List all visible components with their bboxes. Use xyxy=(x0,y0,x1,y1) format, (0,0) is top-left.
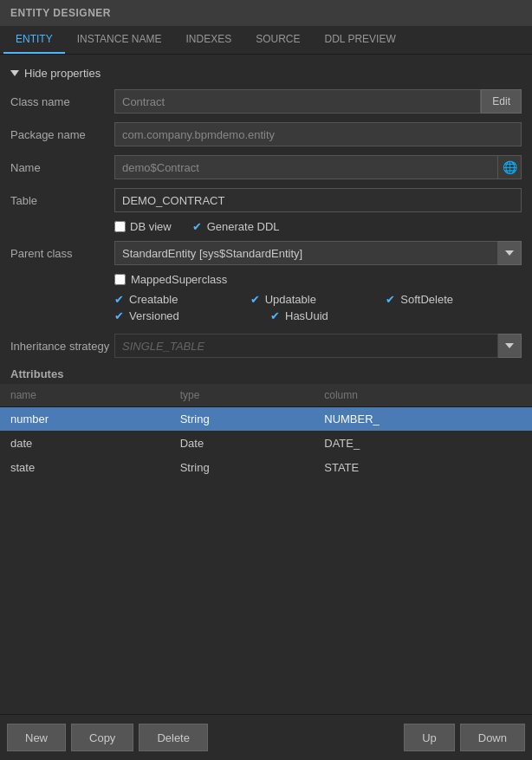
db-view-checkbox-item: DB view xyxy=(114,220,172,233)
updatable-item: ✔ Updatable xyxy=(250,293,386,306)
updatable-check-icon: ✔ xyxy=(250,293,260,306)
mapped-superclass-checkbox-item: MappedSuperclass xyxy=(114,273,227,286)
dropdown-arrow-icon xyxy=(505,250,514,256)
creatable-item: ✔ Creatable xyxy=(114,293,250,306)
attr-column-2: STATE xyxy=(314,456,532,480)
db-view-checkbox[interactable] xyxy=(114,221,126,232)
has-uuid-check-icon: ✔ xyxy=(270,309,280,322)
mapped-superclass-label: MappedSuperclass xyxy=(131,273,227,286)
class-name-input-group: Edit xyxy=(114,89,522,114)
inheritance-strategy-label: Inheritance strategy xyxy=(10,340,114,353)
title-bar: ENTITY DESIGNER xyxy=(0,0,532,26)
tab-bar: ENTITY INSTANCE NAME INDEXES SOURCE DDL … xyxy=(0,26,532,55)
table-label: Table xyxy=(10,194,114,207)
creatable-label: Creatable xyxy=(129,293,178,306)
new-button[interactable]: New xyxy=(7,724,66,751)
creatable-check-icon: ✔ xyxy=(114,293,124,306)
checkboxes-row-1: ✔ Creatable ✔ Updatable ✔ SoftDelete xyxy=(114,293,522,306)
inheritance-strategy-row: Inheritance strategy xyxy=(0,329,532,362)
class-name-label: Class name xyxy=(10,95,114,108)
tab-indexes[interactable]: INDEXES xyxy=(173,26,243,54)
table-row[interactable]: state String STATE xyxy=(0,456,532,480)
table-input[interactable] xyxy=(114,188,522,212)
tab-instance-name[interactable]: INSTANCE NAME xyxy=(65,26,174,54)
tab-source[interactable]: SOURCE xyxy=(243,26,312,54)
attributes-table: name type column number String NUMBER_ d… xyxy=(0,384,532,480)
globe-icon[interactable]: 🌐 xyxy=(497,155,522,179)
generate-ddl-check-icon: ✔ xyxy=(192,220,202,233)
generate-ddl-checkbox-item: ✔ Generate DDL xyxy=(192,220,280,233)
inheritance-strategy-input xyxy=(114,334,498,358)
attr-column-1: DATE_ xyxy=(314,432,532,456)
name-label: Name xyxy=(10,161,114,174)
package-name-label: Package name xyxy=(10,128,114,141)
attributes-section-label: Attributes xyxy=(0,362,532,384)
col-header-name: name xyxy=(0,384,170,407)
bottom-bar: New Copy Delete Up Down xyxy=(0,714,532,760)
hide-properties-toggle[interactable]: Hide properties xyxy=(0,62,532,85)
up-button[interactable]: Up xyxy=(404,724,455,751)
table-row[interactable]: date Date DATE_ xyxy=(0,432,532,456)
versioned-item: ✔ Versioned xyxy=(114,309,270,322)
soft-delete-label: SoftDelete xyxy=(400,293,453,306)
col-header-type: type xyxy=(170,384,315,407)
triangle-icon xyxy=(10,70,19,76)
inheritance-strategy-dropdown-btn[interactable] xyxy=(498,334,522,358)
soft-delete-check-icon: ✔ xyxy=(386,293,395,306)
attr-name-1: date xyxy=(0,432,170,456)
has-uuid-item: ✔ HasUuid xyxy=(270,309,426,322)
checkboxes-row-2: ✔ Versioned ✔ HasUuid xyxy=(114,309,522,322)
has-uuid-label: HasUuid xyxy=(285,309,328,322)
name-row: Name 🌐 xyxy=(0,151,532,184)
class-name-input[interactable] xyxy=(114,89,481,114)
parent-class-select-container xyxy=(114,241,522,265)
attr-name-0: number xyxy=(0,407,170,432)
package-name-input[interactable] xyxy=(114,122,522,146)
attr-type-2: String xyxy=(170,456,315,480)
attributes-table-header: name type column xyxy=(0,384,532,407)
mapped-superclass-checkbox[interactable] xyxy=(114,274,126,285)
attr-name-2: state xyxy=(0,456,170,480)
main-content: Hide properties Class name Edit Package … xyxy=(0,55,532,487)
parent-class-input[interactable] xyxy=(114,241,498,265)
checkboxes-grid: ✔ Creatable ✔ Updatable ✔ SoftDelete ✔ V… xyxy=(0,289,532,329)
parent-class-label: Parent class xyxy=(10,247,114,260)
soft-delete-item: ✔ SoftDelete xyxy=(386,293,522,306)
inheritance-strategy-container xyxy=(114,334,522,358)
parent-class-row: Parent class xyxy=(0,237,532,270)
attr-type-1: Date xyxy=(170,432,315,456)
attr-type-0: String xyxy=(170,407,315,432)
tab-entity[interactable]: ENTITY xyxy=(3,26,65,54)
generate-ddl-label: Generate DDL xyxy=(207,220,280,233)
name-input[interactable] xyxy=(114,155,522,179)
attr-column-0: NUMBER_ xyxy=(314,407,532,432)
db-view-generate-ddl-row: DB view ✔ Generate DDL xyxy=(0,217,532,237)
hide-properties-label: Hide properties xyxy=(24,67,101,80)
name-input-group: 🌐 xyxy=(114,155,522,179)
col-header-column: column xyxy=(314,384,532,407)
versioned-label: Versioned xyxy=(129,309,179,322)
delete-button[interactable]: Delete xyxy=(139,724,208,751)
inheritance-dropdown-arrow-icon xyxy=(505,343,514,348)
updatable-label: Updatable xyxy=(265,293,316,306)
copy-button[interactable]: Copy xyxy=(71,724,133,751)
right-buttons-group: Up Down xyxy=(399,724,525,751)
versioned-check-icon: ✔ xyxy=(114,309,124,322)
mapped-superclass-row: MappedSuperclass xyxy=(0,270,532,289)
class-name-row: Class name Edit xyxy=(0,85,532,118)
title-label: ENTITY DESIGNER xyxy=(10,7,111,19)
package-name-row: Package name xyxy=(0,118,532,151)
edit-button[interactable]: Edit xyxy=(481,89,522,114)
db-view-label: DB view xyxy=(130,220,172,233)
parent-class-dropdown-btn[interactable] xyxy=(498,241,522,265)
table-row[interactable]: number String NUMBER_ xyxy=(0,407,532,432)
down-button[interactable]: Down xyxy=(460,724,525,751)
table-row: Table xyxy=(0,184,532,217)
tab-ddl-preview[interactable]: DDL PREVIEW xyxy=(313,26,408,54)
